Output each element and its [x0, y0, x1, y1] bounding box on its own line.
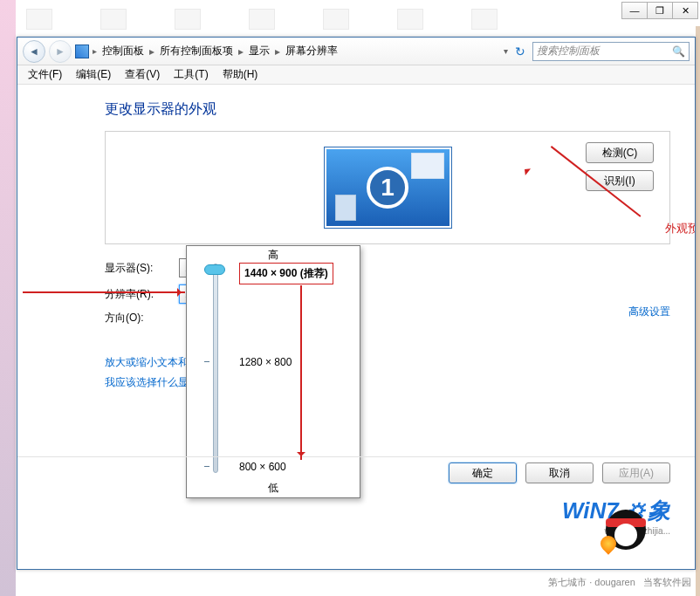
maximize-button[interactable]: ❐: [647, 2, 673, 19]
display-preview: 1 检测(C) 识别(I): [105, 131, 670, 244]
qq-penguin-icon: [600, 499, 651, 550]
close-button[interactable]: ✕: [672, 2, 698, 19]
back-button[interactable]: ◄: [23, 40, 45, 63]
crumb-display[interactable]: 显示: [247, 42, 271, 60]
anno-slider-arrow: [23, 291, 185, 293]
resolution-option-1280x800[interactable]: 1280 × 800: [239, 356, 292, 368]
monitor-number: 1: [381, 174, 395, 202]
apply-button[interactable]: 应用(A): [602, 462, 670, 483]
nav-bar: ◄ ► ▸ 控制面板▸ 所有控制面板项▸ 显示▸ 屏幕分辨率 ▾ ↻ 搜索控制面…: [17, 38, 695, 65]
menu-file[interactable]: 文件(F): [21, 65, 69, 85]
slider-low-label: 低: [187, 481, 360, 496]
orientation-label: 方向(O):: [105, 311, 179, 325]
search-placeholder: 搜索控制面板: [537, 44, 600, 58]
monitor-thumbnail[interactable]: 1: [325, 147, 451, 228]
resolution-slider-popup[interactable]: 高 1440 × 900 (推荐) 1280 × 800 800 × 600 低: [186, 245, 360, 498]
menu-view[interactable]: 查看(V): [118, 65, 167, 85]
search-icon: 🔍: [672, 45, 685, 58]
search-input[interactable]: 搜索控制面板 🔍: [532, 42, 690, 61]
display-label: 显示器(S):: [105, 261, 179, 276]
breadcrumb: 控制面板▸ 所有控制面板项▸ 显示▸ 屏幕分辨率: [100, 42, 340, 60]
resolution-label: 分辨率(R):: [105, 287, 179, 302]
anno-down-arrow: [300, 285, 302, 460]
watermark-footer: 第七城市 · dougaren 当客软件园: [548, 576, 691, 589]
detect-button[interactable]: 检测(C): [586, 142, 654, 163]
explorer-window: ◄ ► ▸ 控制面板▸ 所有控制面板项▸ 显示▸ 屏幕分辨率 ▾ ↻ 搜索控制面…: [17, 37, 696, 570]
resolution-option-1440x900[interactable]: 1440 × 900 (推荐): [239, 263, 333, 284]
menu-bar: 文件(F) 编辑(E) 查看(V) 工具(T) 帮助(H): [17, 65, 695, 85]
crumb-control-panel[interactable]: 控制面板: [100, 42, 146, 60]
control-panel-icon: [75, 45, 89, 58]
ok-button[interactable]: 确定: [449, 462, 517, 483]
crumb-resolution[interactable]: 屏幕分辨率: [284, 42, 340, 60]
advanced-settings-link[interactable]: 高级设置: [628, 305, 670, 319]
cancel-button[interactable]: 取消: [525, 462, 594, 483]
menu-edit[interactable]: 编辑(E): [69, 65, 118, 85]
refresh-icon[interactable]: ↻: [511, 45, 529, 58]
crumb-all-items[interactable]: 所有控制面板项: [158, 42, 235, 60]
minimize-button[interactable]: —: [621, 2, 648, 19]
slider-thumb[interactable]: [204, 264, 225, 275]
resolution-option-800x600[interactable]: 800 × 600: [239, 461, 286, 473]
page-title: 更改显示器的外观: [105, 100, 670, 119]
forward-button[interactable]: ►: [49, 40, 72, 63]
slider-track[interactable]: [213, 264, 218, 473]
menu-tools[interactable]: 工具(T): [167, 65, 215, 85]
slider-high-label: 高: [187, 246, 360, 264]
menu-help[interactable]: 帮助(H): [216, 65, 265, 85]
